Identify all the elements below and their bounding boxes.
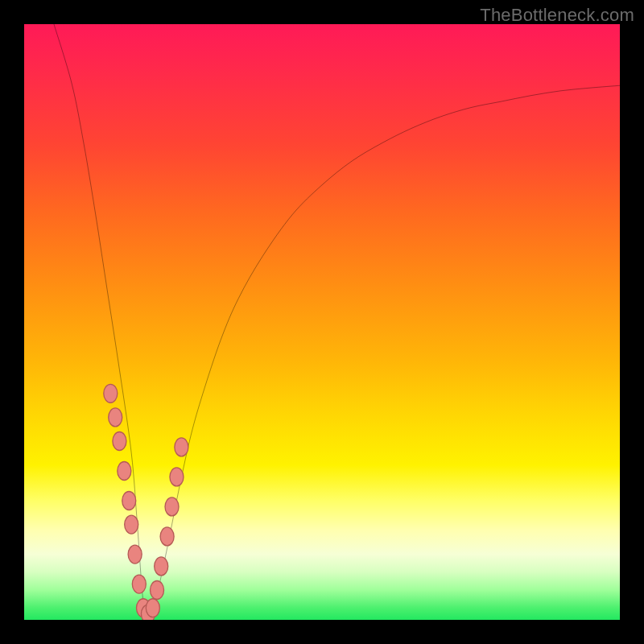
highlight-marker [155, 557, 168, 576]
bottleneck-curve [54, 24, 620, 614]
highlight-marker [113, 432, 126, 451]
highlight-marker [170, 468, 184, 486]
chart-frame: TheBottleneck.com [0, 0, 644, 644]
bottleneck-curve-svg [24, 24, 620, 620]
highlight-marker [160, 527, 174, 546]
highlight-marker [104, 384, 118, 402]
highlight-marker [109, 408, 122, 427]
highlight-marker [122, 492, 136, 510]
highlight-marker [146, 599, 159, 617]
watermark-text: TheBottleneck.com [480, 5, 634, 26]
highlight-marker [125, 515, 138, 534]
highlight-marker [118, 462, 131, 481]
highlighted-points-group [104, 384, 188, 620]
highlight-marker [151, 581, 164, 600]
highlight-marker [132, 575, 146, 593]
highlight-marker [165, 497, 179, 516]
highlight-marker [175, 438, 188, 456]
plot-area [24, 24, 620, 620]
highlight-marker [128, 545, 142, 564]
